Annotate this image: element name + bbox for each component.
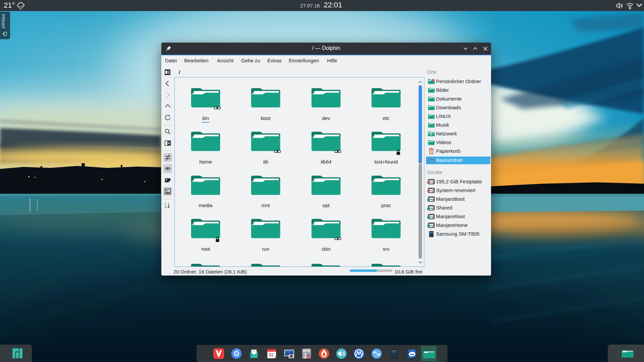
svg-text:31: 31 — [269, 352, 273, 357]
svg-text:a: a — [165, 205, 166, 208]
svg-text:z: z — [165, 202, 166, 205]
